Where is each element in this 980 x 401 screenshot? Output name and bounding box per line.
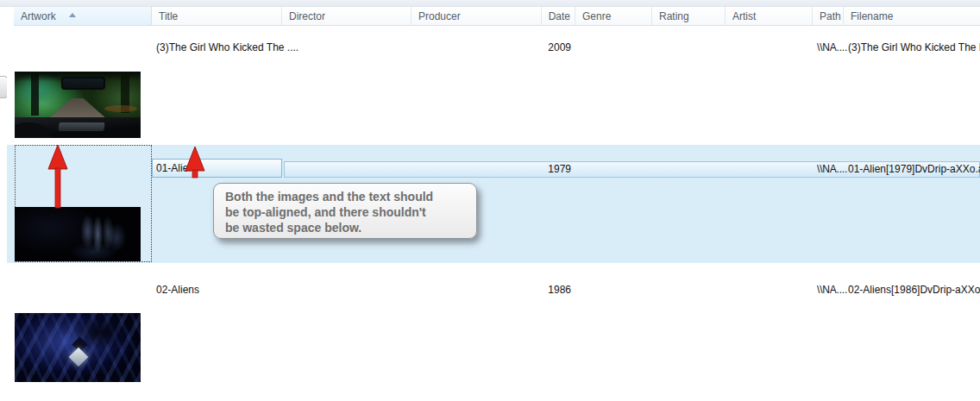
artwork-thumbnail[interactable] [15,313,141,382]
column-header-path[interactable]: Path [813,7,844,26]
artwork-thumbnail[interactable] [15,72,141,138]
path-cell: \\NA.... [817,41,848,53]
path-cell: \\NA.... [817,163,848,175]
column-header-producer[interactable]: Producer [411,7,542,26]
sort-ascending-icon [69,13,76,17]
table-row[interactable]: 02-Aliens 1986 \\NA.... 02-Aliens[1986]D… [7,263,980,401]
red-up-arrow-icon [184,144,208,179]
column-header-label: Filename [851,10,893,22]
column-header-artwork[interactable]: Artwork [14,7,152,26]
column-header-label: Path [820,10,841,22]
column-header-director[interactable]: Director [282,7,411,26]
column-header-label: Producer [418,10,461,22]
path-cell: \\NA.... [817,284,848,296]
art-rearview-mirror [61,77,105,90]
date-cell: 2009 [518,41,571,53]
annotation-line: Both the images and the text should [225,189,476,204]
art-light-diamond [68,348,88,367]
column-header-label: Title [159,10,178,22]
artwork-thumbnail[interactable] [15,207,141,261]
filename-cell: 01-Alien[1979]DvDrip-aXXo.avi [848,163,980,175]
date-cell: 1979 [518,163,571,175]
annotation-callout: Both the images and the text should be t… [213,183,477,239]
column-header-label: Genre [582,10,611,22]
art-tree-trunk [31,72,39,116]
art-roadside [104,105,137,112]
table-row[interactable]: (3)The Girl Who Kicked The .... 2009 \\N… [7,28,980,145]
filename-cell: (3)The Girl Who Kicked The Hor. [848,41,980,53]
column-header-label: Artist [732,10,756,22]
annotation-line: be wasted space below. [225,220,476,235]
column-header-artist[interactable]: Artist [726,7,813,26]
column-header-rating[interactable]: Rating [652,7,726,26]
date-cell: 1986 [518,284,571,296]
column-header-title[interactable]: Title [152,7,282,26]
red-up-arrow-icon [45,143,71,209]
title-cell: (3)The Girl Who Kicked The .... [156,41,298,53]
column-header-filename[interactable]: Filename [844,7,980,26]
title-cell: 02-Aliens [156,284,199,296]
column-header-label: Date [549,10,570,22]
media-library-window: Artwork Title Director Producer Date Gen… [0,0,980,401]
column-header-label: Rating [659,10,689,22]
column-header-label: Artwork [21,10,56,22]
table-row-selected[interactable]: 01-Alien 1979 \\NA.... 01-Alien[1979]DvD… [7,145,980,263]
window-top-strip [0,0,980,7]
filename-cell: 02-Aliens[1986]DvDrip-aXXo.avi [848,284,980,296]
column-header-label: Director [289,10,325,22]
column-header-date[interactable]: Date [542,7,575,26]
annotation-line: be top-aligned, and there shouldn't [225,204,476,220]
column-header-genre[interactable]: Genre [575,7,652,26]
art-dashboard-vent [59,122,105,131]
